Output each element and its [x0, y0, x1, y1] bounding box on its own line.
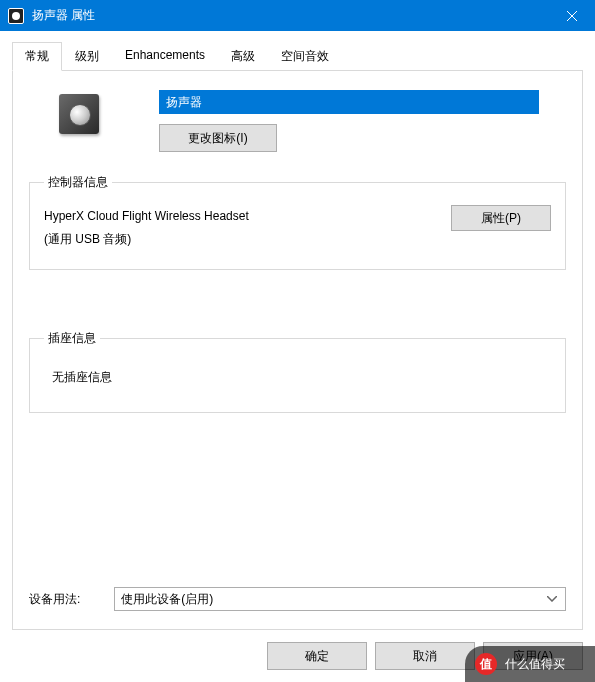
window-title: 扬声器 属性: [32, 7, 549, 24]
controller-type: (通用 USB 音频): [44, 228, 249, 251]
usage-label: 设备用法:: [29, 591, 80, 608]
tab-general[interactable]: 常规: [12, 42, 62, 71]
controller-fieldset: 控制器信息 HyperX Cloud Flight Wireless Heads…: [29, 174, 566, 270]
titlebar: 扬声器 属性: [0, 0, 595, 31]
jack-text: 无插座信息: [44, 361, 551, 394]
apply-button[interactable]: 应用(A): [483, 642, 583, 670]
device-row: 更改图标(I): [29, 90, 566, 152]
usage-row: 设备用法: 使用此设备(启用): [29, 587, 566, 611]
change-icon-button[interactable]: 更改图标(I): [159, 124, 277, 152]
tab-advanced[interactable]: 高级: [218, 42, 268, 70]
dialog-button-row: 确定 取消 应用(A): [12, 630, 583, 670]
close-icon: [567, 11, 577, 21]
tab-strip: 常规 级别 Enhancements 高级 空间音效: [12, 42, 583, 71]
controller-name: HyperX Cloud Flight Wireless Headset: [44, 205, 249, 228]
app-icon: [8, 8, 24, 24]
jack-legend: 插座信息: [44, 330, 100, 347]
tab-enhancements[interactable]: Enhancements: [112, 42, 218, 70]
speaker-icon: [59, 94, 99, 134]
usage-select[interactable]: 使用此设备(启用): [114, 587, 566, 611]
properties-button[interactable]: 属性(P): [451, 205, 551, 231]
controller-row: HyperX Cloud Flight Wireless Headset (通用…: [44, 205, 551, 251]
cancel-button[interactable]: 取消: [375, 642, 475, 670]
dialog-content: 常规 级别 Enhancements 高级 空间音效 更改图标(I) 控制器信息…: [0, 31, 595, 682]
close-button[interactable]: [549, 0, 595, 31]
ok-button[interactable]: 确定: [267, 642, 367, 670]
tab-spatial[interactable]: 空间音效: [268, 42, 342, 70]
tab-panel-general: 更改图标(I) 控制器信息 HyperX Cloud Flight Wirele…: [12, 70, 583, 630]
controller-info: HyperX Cloud Flight Wireless Headset (通用…: [44, 205, 249, 251]
jack-fieldset: 插座信息 无插座信息: [29, 330, 566, 413]
controller-legend: 控制器信息: [44, 174, 112, 191]
tab-levels[interactable]: 级别: [62, 42, 112, 70]
device-name-input[interactable]: [159, 90, 539, 114]
device-column: 更改图标(I): [159, 90, 539, 152]
